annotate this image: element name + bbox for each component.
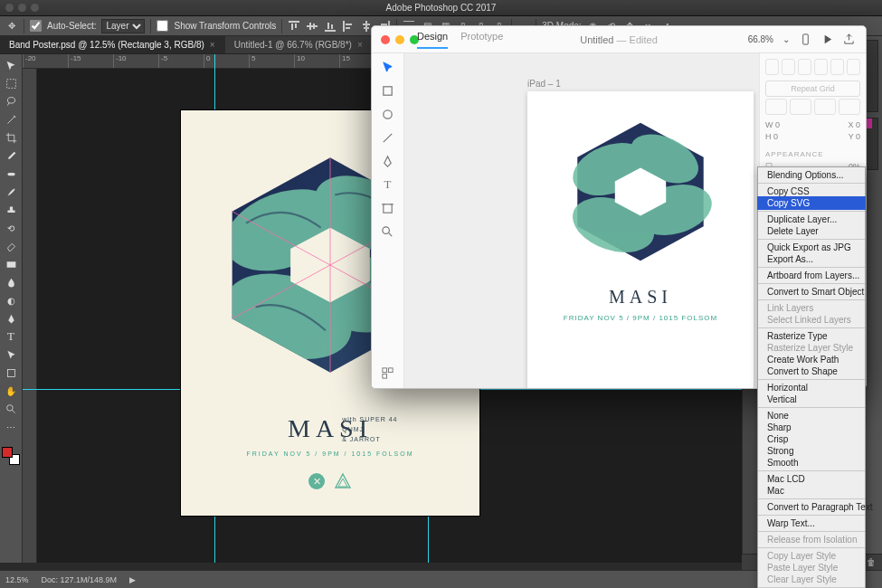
align-top-icon[interactable]	[288, 20, 300, 33]
eyedropper-tool[interactable]	[1, 147, 22, 165]
svg-rect-24	[6, 261, 15, 268]
color-swatches[interactable]	[2, 447, 20, 465]
menu-item[interactable]: Rasterize Type	[758, 330, 865, 342]
device-preview-icon[interactable]	[799, 33, 811, 46]
xd-pen-tool[interactable]	[380, 153, 396, 169]
menu-item[interactable]: Mac	[758, 485, 865, 497]
blur-tool[interactable]	[1, 273, 22, 291]
shape-tool[interactable]	[1, 364, 22, 382]
menu-item[interactable]: None	[758, 410, 865, 422]
menu-item[interactable]: Mac LCD	[758, 473, 865, 485]
heal-tool[interactable]	[1, 165, 22, 183]
pen-tool[interactable]	[1, 309, 22, 327]
menu-item[interactable]: Sharp	[758, 422, 865, 433]
xd-assets-icon[interactable]	[380, 365, 396, 381]
xd-artboard-label[interactable]: iPad – 1	[527, 79, 561, 89]
xd-artboard[interactable]: MASI FRIDAY NOV 5 / 9PM / 1015 FOLSOM	[527, 91, 754, 389]
crop-tool[interactable]	[1, 128, 22, 147]
marquee-tool[interactable]	[1, 74, 22, 92]
menu-item[interactable]: Export As...	[758, 253, 865, 265]
svg-point-47	[383, 226, 390, 233]
tab-prototype[interactable]: Prototype	[460, 31, 503, 49]
xd-zoom-value[interactable]: 66.8%	[748, 34, 773, 44]
eraser-tool[interactable]	[1, 237, 22, 255]
zoom-tool[interactable]	[1, 400, 22, 418]
menu-item[interactable]: Copy CSS	[758, 185, 865, 197]
close-icon[interactable]: ×	[357, 40, 363, 50]
hand-tool[interactable]: ✋	[1, 382, 22, 400]
xd-window-lights[interactable]	[381, 35, 419, 44]
more-tools[interactable]: ⋯	[1, 418, 22, 436]
auto-select-checkbox[interactable]	[30, 20, 42, 32]
status-zoom[interactable]: 12.5%	[5, 575, 29, 584]
menu-item[interactable]: Quick Export as JPG	[758, 242, 865, 253]
menu-item[interactable]: Create Work Path	[758, 354, 865, 365]
type-tool[interactable]: T	[1, 327, 22, 346]
app-title: Adobe Photoshop CC 2017	[386, 3, 497, 13]
menu-item[interactable]: Convert to Paragraph Text	[758, 501, 865, 513]
xd-zoom-tool[interactable]	[380, 223, 396, 240]
menu-item[interactable]: Horizontal	[758, 382, 865, 394]
menu-item[interactable]: Blending Options...	[758, 169, 865, 181]
menu-item[interactable]: Crisp	[758, 433, 865, 445]
xd-text-tool[interactable]: T	[380, 176, 396, 193]
xd-canvas[interactable]: iPad – 1 MASI FRIDAY NOV	[404, 53, 759, 388]
move-tool[interactable]	[1, 56, 22, 74]
menu-item[interactable]: Copy SVG	[758, 197, 865, 209]
trash-icon[interactable]: 🗑	[866, 557, 877, 568]
menu-item[interactable]: Convert to Shape	[758, 365, 865, 377]
xd-ellipse-tool[interactable]	[380, 106, 396, 122]
svg-rect-4	[309, 23, 311, 30]
menu-item[interactable]: Convert to Smart Object	[758, 286, 865, 298]
xd-rect-tool[interactable]	[380, 82, 396, 99]
play-icon[interactable]	[820, 33, 833, 46]
status-doc[interactable]: Doc: 127.1M/148.9M	[42, 575, 118, 584]
xd-line-tool[interactable]	[380, 129, 396, 146]
wand-tool[interactable]	[1, 110, 22, 128]
menu-item[interactable]: Delete Layer	[758, 225, 865, 237]
lasso-tool[interactable]	[1, 92, 22, 110]
menu-item[interactable]: Duplicate Layer...	[758, 213, 865, 225]
svg-point-22	[7, 97, 14, 103]
fg-color[interactable]	[2, 447, 13, 458]
xd-poster-title: MASI	[527, 287, 754, 308]
auto-select-dropdown[interactable]: Layer	[101, 19, 145, 33]
auto-select-label: Auto-Select:	[47, 21, 96, 31]
ruler-vertical[interactable]	[23, 69, 37, 563]
menu-item[interactable]: Warp Text...	[758, 517, 865, 529]
share-icon[interactable]	[842, 33, 855, 46]
menu-item[interactable]: Strong	[758, 445, 865, 457]
layer-context-menu[interactable]: Blending Options...Copy CSSCopy SVGDupli…	[757, 166, 866, 588]
svg-rect-1	[291, 24, 293, 30]
menu-item[interactable]: Vertical	[758, 394, 865, 405]
align-left-icon[interactable]	[342, 20, 355, 33]
svg-line-48	[388, 232, 392, 236]
xd-select-tool[interactable]	[380, 59, 396, 75]
svg-point-42	[384, 109, 392, 118]
xd-artboard-tool[interactable]	[380, 200, 396, 216]
tab-band-poster[interactable]: Band Poster.psd @ 12.5% (Rectangle 3, RG…	[0, 36, 225, 53]
mac-window-lights[interactable]	[5, 4, 39, 12]
align-bottom-icon[interactable]	[324, 20, 337, 33]
gradient-tool[interactable]	[1, 255, 22, 273]
brush-tool[interactable]	[1, 183, 22, 201]
history-brush-tool[interactable]: ⟲	[1, 219, 22, 237]
chevron-down-icon[interactable]: ⌄	[782, 34, 790, 44]
align-vcenter-icon[interactable]	[306, 20, 318, 33]
menu-item[interactable]: Smooth	[758, 457, 865, 469]
xd-titlebar[interactable]: Design Prototype Untitled — Edited 66.8%…	[372, 26, 866, 53]
tab-design[interactable]: Design	[417, 31, 448, 49]
svg-rect-12	[365, 21, 367, 32]
show-transform-checkbox[interactable]	[156, 20, 168, 32]
close-icon[interactable]: ×	[210, 40, 215, 50]
dodge-tool[interactable]: ◐	[1, 291, 22, 309]
status-arrow[interactable]: ▶	[129, 575, 136, 584]
xd-bool-row[interactable]	[765, 99, 860, 115]
menu-item: Paste Layer Style	[758, 562, 865, 574]
repeat-grid-button[interactable]: Repeat Grid	[765, 81, 860, 97]
path-select-tool[interactable]	[1, 346, 22, 364]
xd-align-row[interactable]	[765, 59, 860, 75]
menu-item[interactable]: Artboard from Layers...	[758, 270, 865, 281]
tab-untitled-1[interactable]: Untitled-1 @ 66.7% (RGB/8*) ×	[225, 36, 373, 53]
stamp-tool[interactable]	[1, 201, 22, 219]
